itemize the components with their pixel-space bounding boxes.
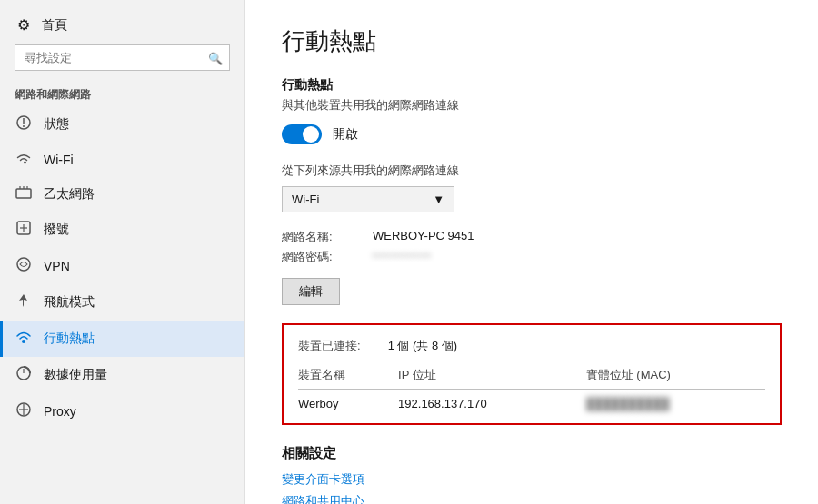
status-icon [15,114,33,134]
home-label: 首頁 [42,17,67,34]
proxy-icon [15,401,33,421]
ethernet-icon [15,185,33,203]
device-name: Werboy [298,390,398,411]
network-name-value: WERBOY-PC 9451 [373,229,782,245]
wifi-icon [15,151,33,169]
svg-rect-3 [16,189,31,198]
sidebar-item-dial[interactable]: 撥號 [0,212,244,248]
devices-table: 裝置名稱 IP 位址 實體位址 (MAC) Werboy192.168.137.… [298,363,765,410]
dial-icon [15,220,33,240]
col-ip: IP 位址 [398,363,586,390]
svg-point-2 [23,125,25,127]
network-name-label: 網路名稱: [282,229,364,245]
svg-point-11 [22,340,25,343]
sidebar-item-data-label: 數據使用量 [44,367,107,383]
chevron-down-icon: ▼ [433,193,444,206]
sidebar-item-dial-label: 撥號 [44,222,69,238]
sidebar-item-status[interactable]: 狀態 [0,106,244,143]
table-row: Werboy192.168.137.170██████████ [298,390,765,411]
sidebar-item-data[interactable]: 數據使用量 [0,357,244,393]
search-input[interactable] [15,44,230,71]
devices-summary: 裝置已連接: 1 個 (共 8 個) [298,338,765,354]
related-link[interactable]: 網路和共用中心 [282,493,782,504]
sidebar-item-hotspot-label: 行動熱點 [44,331,95,347]
network-pwd-value: •••••••••• [373,249,782,265]
sidebar-item-status-label: 狀態 [44,116,69,133]
sidebar-item-proxy-label: Proxy [44,404,76,419]
devices-connected-label: 裝置已連接: [298,338,361,354]
hotspot-icon [15,329,33,349]
hotspot-desc: 與其他裝置共用我的網際網路連線 [282,97,782,114]
sidebar-item-ethernet[interactable]: 乙太網路 [0,177,244,212]
sidebar-item-airplane[interactable]: 飛航模式 [0,284,244,321]
network-pwd-label: 網路密碼: [282,249,364,265]
sidebar-item-airplane-label: 飛航模式 [44,294,95,311]
edit-button[interactable]: 編輯 [282,278,340,305]
related-links: 變更介面卡選項網路和共用中心 [282,471,782,504]
devices-box: 裝置已連接: 1 個 (共 8 個) 裝置名稱 IP 位址 實體位址 (MAC)… [282,323,782,425]
device-mac: ██████████ [586,390,765,411]
toggle-label: 開啟 [333,126,358,143]
network-info-grid: 網路名稱: WERBOY-PC 9451 網路密碼: •••••••••• [282,229,782,265]
source-dropdown[interactable]: Wi-Fi ▼ [282,186,454,212]
sidebar-item-proxy[interactable]: Proxy [0,393,244,430]
source-label: 從下列來源共用我的網際網路連線 [282,163,782,179]
hotspot-section-title: 行動熱點 [282,77,782,94]
hotspot-toggle[interactable] [282,124,322,144]
source-dropdown-value: Wi-Fi [292,193,319,206]
data-icon [15,365,33,385]
related-link[interactable]: 變更介面卡選項 [282,471,782,488]
related-title: 相關設定 [282,445,782,462]
devices-connected-value: 1 個 (共 8 個) [388,338,458,354]
sidebar-item-wifi[interactable]: Wi-Fi [0,143,244,177]
svg-point-10 [17,258,30,271]
col-device-name: 裝置名稱 [298,363,398,390]
main-content: 行動熱點 行動熱點 與其他裝置共用我的網際網路連線 開啟 從下列來源共用我的網際… [245,0,818,504]
device-ip: 192.168.137.170 [398,390,586,411]
search-box: 🔍 [15,44,230,71]
sidebar: ⚙ 首頁 🔍 網路和網際網路 狀態 Wi-Fi 乙太網路 撥號 [0,0,245,504]
home-icon: ⚙ [15,16,33,34]
sidebar-item-home[interactable]: ⚙ 首頁 [0,9,244,41]
search-icon: 🔍 [208,51,223,64]
toggle-row: 開啟 [282,124,782,144]
sidebar-item-vpn[interactable]: VPN [0,248,244,284]
page-title: 行動熱點 [282,25,782,57]
col-mac: 實體位址 (MAC) [586,363,765,390]
airplane-icon [15,292,33,312]
network-section-label: 網路和網際網路 [0,82,244,106]
sidebar-item-vpn-label: VPN [44,259,70,273]
sidebar-item-ethernet-label: 乙太網路 [44,186,95,203]
sidebar-item-wifi-label: Wi-Fi [44,153,74,167]
sidebar-item-hotspot[interactable]: 行動熱點 [0,321,244,357]
vpn-icon [15,256,33,276]
